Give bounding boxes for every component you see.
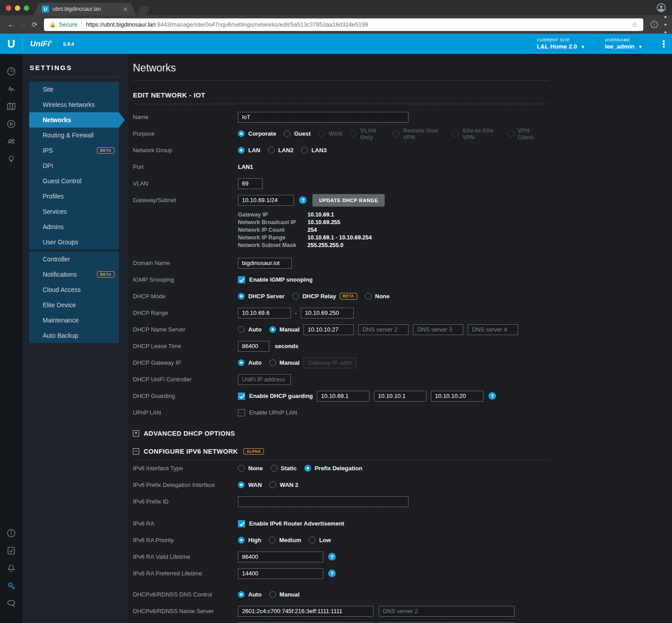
dashboard-icon[interactable] [6, 66, 16, 76]
ra-priority-option-high[interactable]: High [238, 537, 261, 543]
network-group-option-lan3[interactable]: LAN3 [301, 147, 327, 154]
settings-gear-icon[interactable] [6, 581, 16, 591]
devices-icon[interactable] [6, 119, 16, 129]
network-group-option-lan2[interactable]: LAN2 [268, 147, 294, 154]
menu-item-services[interactable]: Services [29, 204, 119, 219]
domain-name-input[interactable] [238, 258, 292, 269]
menu-item-user-groups[interactable]: User Groups [29, 234, 119, 250]
vlan-input[interactable] [238, 178, 263, 189]
ipv6-ra-preferred-input[interactable] [238, 568, 323, 579]
menu-item-maintenance[interactable]: Maintenance [29, 313, 119, 328]
advanced-dhcp-section[interactable]: + ADVANCED DHCP OPTIONS [133, 428, 549, 439]
ipv6-type-option-none[interactable]: None [238, 465, 263, 472]
rdnss-server-2-input[interactable] [379, 606, 514, 617]
dhcpv6-dns-option-auto[interactable]: Auto [238, 591, 262, 598]
menu-item-profiles[interactable]: Profiles [29, 189, 119, 204]
upnp-checkbox[interactable] [238, 409, 245, 416]
menu-item-networks[interactable]: Networks [29, 112, 119, 128]
ipv6-type-option-prefix-delegation[interactable]: Prefix Delegation [304, 465, 362, 472]
ipv6-ra-valid-input[interactable] [238, 552, 323, 562]
ipv6-section-header[interactable]: − CONFIGURE IPV6 NETWORK ALPHA [133, 446, 549, 457]
insights-icon[interactable] [6, 154, 16, 164]
ipv6-pd-option-wan[interactable]: WAN [238, 482, 262, 488]
unifi-controller-ip-input[interactable] [238, 374, 291, 385]
igmp-checkbox-wrap[interactable]: Enable IGMP snooping [238, 276, 312, 283]
help-icon[interactable]: ? [488, 392, 496, 400]
guarding-server-2-input[interactable] [374, 391, 426, 402]
header-menu-icon[interactable]: ••• [662, 40, 665, 48]
browser-menu-icon[interactable]: ••• [664, 13, 667, 36]
ipv6-ra-checkbox-wrap[interactable]: Enable IPv6 Router Advertisement [238, 520, 344, 527]
dhcp-mode-option-none[interactable]: None [365, 293, 390, 300]
tab-close-icon[interactable]: ✕ [123, 6, 128, 13]
dhcp-ns-option-auto[interactable]: Auto [238, 326, 262, 333]
menu-item-auto-backup[interactable]: Auto Backup [29, 328, 119, 343]
menu-item-ips[interactable]: IPSBETA [29, 143, 119, 158]
purpose-option-guest[interactable]: Guest [284, 130, 311, 137]
unifi-logo-icon[interactable]: U [0, 38, 22, 50]
browser-tab[interactable]: U ubnt.bigdinosaur.lan ✕ [34, 3, 136, 15]
dns-server-4-input[interactable] [468, 324, 518, 335]
menu-item-dpi[interactable]: DPI [29, 158, 119, 173]
back-button[interactable]: ← [5, 20, 17, 29]
ipv6-pd-option-wan2[interactable]: WAN 2 [269, 482, 298, 488]
dns-server-3-input[interactable] [413, 324, 463, 335]
events-icon[interactable] [6, 546, 16, 556]
dhcp-range-start-input[interactable] [238, 308, 291, 318]
dhcp-ns-option-manual[interactable]: Manual [269, 326, 300, 333]
update-dhcp-range-button[interactable]: UPDATE DHCP RANGE [312, 194, 385, 207]
menu-item-routing-firewall[interactable]: Routing & Firewall [29, 128, 119, 143]
menu-item-elite-device[interactable]: Elite Device [29, 297, 119, 313]
dhcp-gw-option-auto[interactable]: Auto [238, 359, 262, 366]
address-bar[interactable]: 🔒 Secure https://ubnt.bigdinosaur.lan :8… [44, 18, 643, 31]
dhcpv6-dns-option-manual[interactable]: Manual [269, 591, 300, 598]
gateway-subnet-input[interactable] [238, 195, 294, 206]
help-icon[interactable]: ? [328, 553, 336, 561]
dhcp-lease-input[interactable] [238, 341, 269, 352]
new-tab-button[interactable] [137, 6, 150, 15]
upnp-checkbox-wrap[interactable]: Enable UPnP LAN [238, 409, 297, 416]
dhcp-mode-option-server[interactable]: DHCP Server [238, 293, 285, 300]
alerts-bell-icon[interactable] [6, 563, 16, 573]
dhcp-guarding-checkbox[interactable] [238, 393, 245, 400]
window-zoom-button[interactable] [24, 5, 29, 11]
guarding-server-3-input[interactable] [431, 391, 483, 402]
chat-icon[interactable] [6, 598, 16, 608]
dhcp-mode-option-relay[interactable]: DHCP RelayBETA [292, 293, 357, 300]
username-block[interactable]: USERNAME lee_admin▼ [605, 38, 642, 50]
current-site-block[interactable]: CURRENT SITE L&L Home 2.0▼ [537, 38, 585, 50]
igmp-checkbox[interactable] [238, 276, 245, 283]
dns-server-1-input[interactable] [303, 324, 354, 335]
map-icon[interactable] [6, 102, 16, 111]
rdnss-server-1-input[interactable] [238, 606, 373, 617]
menu-item-notifications[interactable]: NotificationsBETA [29, 267, 119, 282]
expand-plus-icon[interactable]: + [133, 430, 139, 437]
menu-item-guest-control[interactable]: Guest Control [29, 173, 119, 189]
menu-item-controller[interactable]: Controller [29, 252, 119, 267]
dhcp-gw-option-manual[interactable]: Manual [269, 359, 300, 366]
extension-info-icon[interactable]: i [650, 21, 658, 28]
info-icon[interactable] [6, 528, 16, 538]
network-group-option-lan[interactable]: LAN [238, 147, 260, 154]
ipv6-ra-checkbox[interactable] [238, 520, 245, 527]
browser-profile-icon[interactable] [657, 3, 666, 12]
menu-item-wireless-networks[interactable]: Wireless Networks [29, 97, 119, 112]
collapse-minus-icon[interactable]: − [133, 448, 139, 455]
menu-item-admins[interactable]: Admins [29, 219, 119, 234]
window-close-button[interactable] [6, 5, 11, 11]
window-minimize-button[interactable] [15, 5, 20, 11]
menu-item-site[interactable]: Site [29, 82, 119, 97]
name-input[interactable] [238, 112, 408, 123]
ipv6-type-option-static[interactable]: Static [271, 465, 297, 472]
dhcp-range-end-input[interactable] [301, 308, 354, 318]
clients-icon[interactable] [6, 137, 16, 146]
reload-button[interactable]: ⟳ [29, 21, 40, 29]
bookmark-star-icon[interactable]: ☆ [632, 21, 637, 29]
guarding-server-1-input[interactable] [317, 391, 369, 402]
help-icon[interactable]: ? [299, 196, 307, 204]
statistics-icon[interactable] [6, 84, 16, 94]
ra-priority-option-low[interactable]: Low [309, 537, 331, 543]
menu-item-cloud-access[interactable]: Cloud Access [29, 282, 119, 297]
help-icon[interactable]: ? [328, 570, 336, 577]
forward-button[interactable]: → [17, 20, 29, 29]
